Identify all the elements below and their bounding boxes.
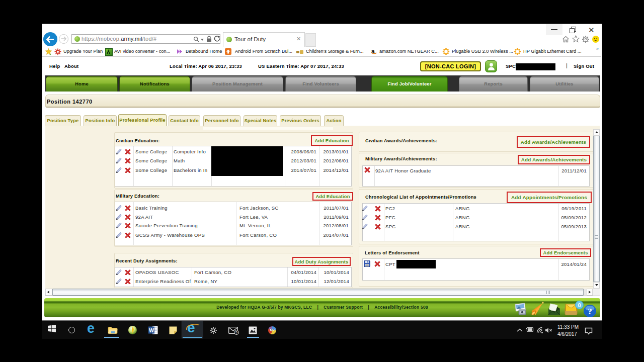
svg-text:W: W — [149, 327, 154, 333]
svg-text:0: 0 — [578, 302, 581, 308]
svg-text:?: ? — [588, 307, 592, 316]
